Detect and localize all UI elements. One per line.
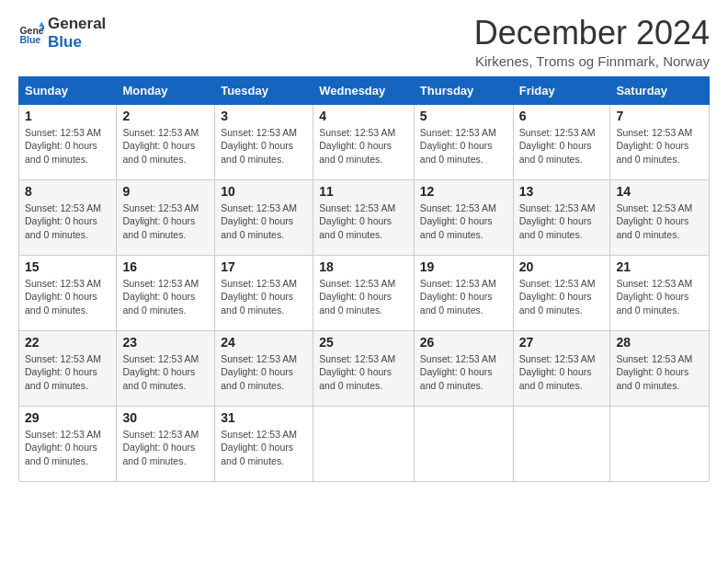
calendar-cell: 22Sunset: 12:53 AM Daylight: 0 hours and…: [19, 330, 117, 406]
day-info: Sunset: 12:53 AM Daylight: 0 hours and 0…: [221, 352, 307, 393]
calendar-cell: 27Sunset: 12:53 AM Daylight: 0 hours and…: [513, 330, 610, 406]
day-number: 27: [519, 335, 605, 350]
day-info: Sunset: 12:53 AM Daylight: 0 hours and 0…: [519, 126, 605, 167]
day-info: Sunset: 12:53 AM Daylight: 0 hours and 0…: [420, 277, 507, 317]
day-info: Sunset: 12:53 AM Daylight: 0 hours and 0…: [122, 126, 209, 167]
day-number: 10: [221, 184, 307, 199]
calendar-cell: 15Sunset: 12:53 AM Daylight: 0 hours and…: [19, 255, 117, 330]
day-number: 17: [221, 259, 307, 274]
day-number: 29: [25, 410, 110, 425]
col-monday: Monday: [117, 76, 215, 104]
header: General Blue General Blue December 2024 …: [18, 15, 710, 69]
day-number: 30: [122, 410, 209, 425]
day-number: 28: [616, 335, 703, 350]
day-info: Sunset: 12:53 AM Daylight: 0 hours and 0…: [319, 352, 408, 393]
day-info: Sunset: 12:53 AM Daylight: 0 hours and 0…: [319, 201, 408, 242]
day-number: 23: [122, 335, 209, 350]
calendar-cell: 18Sunset: 12:53 AM Daylight: 0 hours and…: [313, 255, 415, 330]
calendar-cell: 10Sunset: 12:53 AM Daylight: 0 hours and…: [215, 179, 313, 255]
calendar-week-4: 22Sunset: 12:53 AM Daylight: 0 hours and…: [19, 330, 710, 406]
day-number: 7: [616, 109, 703, 123]
title-block: December 2024 Kirkenes, Troms og Finnmar…: [474, 15, 710, 69]
day-info: Sunset: 12:53 AM Daylight: 0 hours and 0…: [122, 352, 209, 393]
calendar-cell: [313, 406, 415, 481]
calendar-cell: 16Sunset: 12:53 AM Daylight: 0 hours and…: [117, 255, 215, 330]
col-wednesday: Wednesday: [313, 76, 415, 104]
day-number: 15: [25, 259, 110, 274]
calendar-cell: 28Sunset: 12:53 AM Daylight: 0 hours and…: [610, 330, 710, 406]
calendar-cell: 21Sunset: 12:53 AM Daylight: 0 hours and…: [610, 255, 710, 330]
calendar-cell: 12Sunset: 12:53 AM Daylight: 0 hours and…: [414, 179, 513, 255]
calendar-cell: 2Sunset: 12:53 AM Daylight: 0 hours and …: [117, 104, 215, 179]
day-info: Sunset: 12:53 AM Daylight: 0 hours and 0…: [221, 277, 307, 317]
calendar-cell: 7Sunset: 12:53 AM Daylight: 0 hours and …: [610, 104, 710, 179]
calendar-cell: 6Sunset: 12:53 AM Daylight: 0 hours and …: [513, 104, 610, 179]
header-row: Sunday Monday Tuesday Wednesday Thursday…: [19, 76, 710, 104]
calendar-week-2: 8Sunset: 12:53 AM Daylight: 0 hours and …: [19, 179, 710, 255]
day-info: Sunset: 12:53 AM Daylight: 0 hours and 0…: [25, 201, 110, 242]
day-info: Sunset: 12:53 AM Daylight: 0 hours and 0…: [25, 352, 110, 393]
calendar-body: 1Sunset: 12:53 AM Daylight: 0 hours and …: [19, 104, 710, 481]
day-number: 5: [420, 109, 507, 123]
day-info: Sunset: 12:53 AM Daylight: 0 hours and 0…: [319, 126, 408, 167]
day-number: 19: [420, 259, 507, 274]
svg-text:Blue: Blue: [19, 34, 40, 45]
day-info: Sunset: 12:53 AM Daylight: 0 hours and 0…: [616, 126, 703, 167]
calendar-cell: 14Sunset: 12:53 AM Daylight: 0 hours and…: [610, 179, 710, 255]
calendar-cell: 23Sunset: 12:53 AM Daylight: 0 hours and…: [117, 330, 215, 406]
calendar-cell: [414, 406, 513, 481]
day-info: Sunset: 12:53 AM Daylight: 0 hours and 0…: [519, 352, 605, 393]
calendar-week-1: 1Sunset: 12:53 AM Daylight: 0 hours and …: [19, 104, 710, 179]
day-number: 3: [221, 109, 307, 123]
location: Kirkenes, Troms og Finnmark, Norway: [474, 53, 710, 69]
day-number: 2: [122, 109, 209, 123]
day-info: Sunset: 12:53 AM Daylight: 0 hours and 0…: [319, 277, 408, 317]
day-info: Sunset: 12:53 AM Daylight: 0 hours and 0…: [420, 126, 507, 167]
calendar-cell: 9Sunset: 12:53 AM Daylight: 0 hours and …: [117, 179, 215, 255]
calendar-week-3: 15Sunset: 12:53 AM Daylight: 0 hours and…: [19, 255, 710, 330]
day-number: 18: [319, 259, 408, 274]
calendar-cell: 8Sunset: 12:53 AM Daylight: 0 hours and …: [19, 179, 117, 255]
col-tuesday: Tuesday: [215, 76, 313, 104]
day-info: Sunset: 12:53 AM Daylight: 0 hours and 0…: [122, 201, 209, 242]
day-number: 21: [616, 259, 703, 274]
calendar-table: Sunday Monday Tuesday Wednesday Thursday…: [18, 76, 710, 482]
calendar-cell: 24Sunset: 12:53 AM Daylight: 0 hours and…: [215, 330, 313, 406]
day-info: Sunset: 12:53 AM Daylight: 0 hours and 0…: [122, 277, 209, 317]
calendar-cell: 19Sunset: 12:53 AM Daylight: 0 hours and…: [414, 255, 513, 330]
day-info: Sunset: 12:53 AM Daylight: 0 hours and 0…: [122, 428, 209, 468]
day-number: 24: [221, 335, 307, 350]
logo: General Blue General Blue: [18, 15, 106, 51]
day-info: Sunset: 12:53 AM Daylight: 0 hours and 0…: [25, 277, 110, 317]
day-info: Sunset: 12:53 AM Daylight: 0 hours and 0…: [616, 352, 703, 393]
day-number: 26: [420, 335, 507, 350]
calendar-cell: 5Sunset: 12:53 AM Daylight: 0 hours and …: [414, 104, 513, 179]
calendar-cell: 25Sunset: 12:53 AM Daylight: 0 hours and…: [313, 330, 415, 406]
day-info: Sunset: 12:53 AM Daylight: 0 hours and 0…: [221, 126, 307, 167]
col-friday: Friday: [513, 76, 610, 104]
logo-line2: Blue: [48, 33, 106, 52]
logo-line1: General: [48, 15, 106, 33]
day-info: Sunset: 12:53 AM Daylight: 0 hours and 0…: [519, 201, 605, 242]
day-number: 31: [221, 410, 307, 425]
page: General Blue General Blue December 2024 …: [0, 0, 728, 563]
month-title: December 2024: [474, 15, 710, 52]
day-number: 20: [519, 259, 605, 274]
day-number: 14: [616, 184, 703, 199]
day-number: 8: [25, 184, 110, 199]
calendar-cell: [610, 406, 710, 481]
calendar-cell: 4Sunset: 12:53 AM Daylight: 0 hours and …: [313, 104, 415, 179]
calendar-cell: 13Sunset: 12:53 AM Daylight: 0 hours and…: [513, 179, 610, 255]
day-info: Sunset: 12:53 AM Daylight: 0 hours and 0…: [221, 428, 307, 468]
calendar-cell: 30Sunset: 12:53 AM Daylight: 0 hours and…: [117, 406, 215, 481]
calendar-cell: 26Sunset: 12:53 AM Daylight: 0 hours and…: [414, 330, 513, 406]
day-number: 13: [519, 184, 605, 199]
day-number: 25: [319, 335, 408, 350]
calendar-cell: 11Sunset: 12:53 AM Daylight: 0 hours and…: [313, 179, 415, 255]
day-number: 12: [420, 184, 507, 199]
day-info: Sunset: 12:53 AM Daylight: 0 hours and 0…: [420, 352, 507, 393]
logo-icon: General Blue: [18, 20, 44, 46]
day-number: 6: [519, 109, 605, 123]
col-sunday: Sunday: [19, 76, 117, 104]
calendar-week-5: 29Sunset: 12:53 AM Daylight: 0 hours and…: [19, 406, 710, 481]
